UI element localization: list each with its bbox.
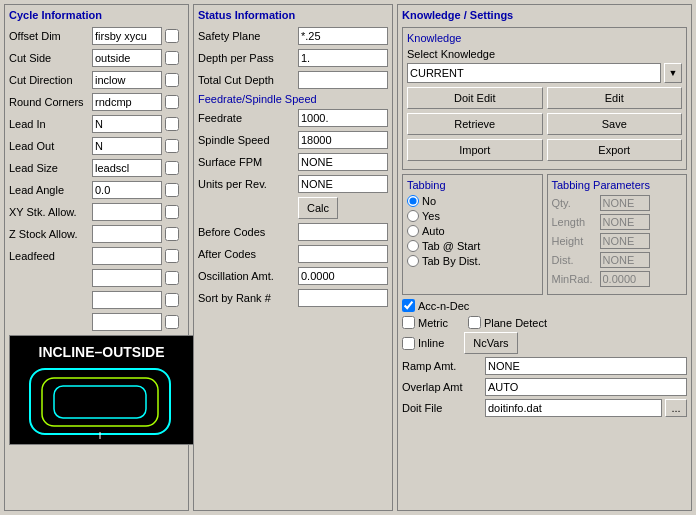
length-input <box>600 214 650 230</box>
image-label: INCLINE–OUTSIDE <box>38 344 164 360</box>
spindle-speed-input[interactable] <box>298 131 388 149</box>
lead-in-row: Lead In <box>9 115 184 133</box>
extra-input-3[interactable] <box>92 313 162 331</box>
acc-n-dec-label: Acc-n-Dec <box>418 300 469 312</box>
minrad-input <box>600 271 650 287</box>
calc-button[interactable]: Calc <box>298 197 338 219</box>
plane-detect-label: Plane Detect <box>484 317 547 329</box>
status-information-panel: Status Information Safety Plane Depth pe… <box>193 4 393 511</box>
surface-fpm-row: Surface FPM <box>198 153 388 171</box>
toolpath-svg <box>20 364 180 444</box>
cycle-information-panel: Cycle Information Offset Dim Cut Side Cu… <box>4 4 189 511</box>
knowledge-select[interactable] <box>407 63 661 83</box>
tabbing-section: Tabbing No Yes Auto Tab @ Start <box>402 174 543 295</box>
units-per-rev-label: Units per Rev. <box>198 178 295 190</box>
knowledge-btn-row-2: Retrieve Save <box>407 113 682 135</box>
knowledge-settings-panel: Knowledge / Settings Knowledge Select Kn… <box>397 4 692 511</box>
round-corners-label: Round Corners <box>9 96 89 108</box>
metric-group: Metric <box>402 316 448 329</box>
extra-input-1[interactable] <box>92 269 162 287</box>
xy-stk-input[interactable] <box>92 203 162 221</box>
tab-dist-radio[interactable] <box>407 255 419 267</box>
svg-rect-1 <box>42 378 158 426</box>
cut-direction-input[interactable] <box>92 71 162 89</box>
import-button[interactable]: Import <box>407 139 543 161</box>
doit-file-input[interactable] <box>485 399 662 417</box>
length-row: Length <box>552 214 683 230</box>
overlap-amt-input[interactable] <box>485 378 687 396</box>
oscillation-row: Oscillation Amt. <box>198 267 388 285</box>
extra-check-2[interactable] <box>165 293 179 307</box>
tab-yes-radio[interactable] <box>407 210 419 222</box>
before-codes-input[interactable] <box>298 223 388 241</box>
tab-auto-radio[interactable] <box>407 225 419 237</box>
tab-start-row: Tab @ Start <box>407 240 538 252</box>
safety-plane-input[interactable] <box>298 27 388 45</box>
z-stock-check[interactable] <box>165 227 179 241</box>
xy-stk-check[interactable] <box>165 205 179 219</box>
plane-detect-check[interactable] <box>468 316 481 329</box>
acc-n-dec-row: Acc-n-Dec <box>402 299 687 312</box>
inline-group: Inline <box>402 337 444 350</box>
total-cut-depth-input[interactable] <box>298 71 388 89</box>
tab-start-radio[interactable] <box>407 240 419 252</box>
tab-yes-row: Yes <box>407 210 538 222</box>
export-button[interactable]: Export <box>547 139 683 161</box>
tab-yes-label: Yes <box>422 210 440 222</box>
offset-dim-input[interactable] <box>92 27 162 45</box>
xy-stk-row: XY Stk. Allow. <box>9 203 184 221</box>
safety-plane-label: Safety Plane <box>198 30 295 42</box>
lead-out-input[interactable] <box>92 137 162 155</box>
lead-in-check[interactable] <box>165 117 179 131</box>
lead-in-input[interactable] <box>92 115 162 133</box>
lead-size-input[interactable] <box>92 159 162 177</box>
doit-file-browse-button[interactable]: ... <box>665 399 687 417</box>
acc-n-dec-check[interactable] <box>402 299 415 312</box>
dist-input <box>600 252 650 268</box>
lead-angle-check[interactable] <box>165 183 179 197</box>
knowledge-dropdown-arrow[interactable]: ▼ <box>664 63 682 83</box>
z-stock-input[interactable] <box>92 225 162 243</box>
oscillation-input[interactable] <box>298 267 388 285</box>
cut-side-input[interactable] <box>92 49 162 67</box>
knowledge-settings-title: Knowledge / Settings <box>402 9 687 21</box>
extra-check-1[interactable] <box>165 271 179 285</box>
tab-no-row: No <box>407 195 538 207</box>
round-corners-check[interactable] <box>165 95 179 109</box>
ncvars-button[interactable]: NcVars <box>464 332 517 354</box>
extra-check-3[interactable] <box>165 315 179 329</box>
z-stock-label: Z Stock Allow. <box>9 228 89 240</box>
cut-direction-check[interactable] <box>165 73 179 87</box>
sort-by-rank-input[interactable] <box>298 289 388 307</box>
tabbing-label: Tabbing <box>407 179 538 191</box>
feedrate-input[interactable] <box>298 109 388 127</box>
doit-edit-button[interactable]: Doit Edit <box>407 87 543 109</box>
metric-label: Metric <box>418 317 448 329</box>
lead-out-check[interactable] <box>165 139 179 153</box>
lead-size-row: Lead Size <box>9 159 184 177</box>
metric-check[interactable] <box>402 316 415 329</box>
round-corners-input[interactable] <box>92 93 162 111</box>
inline-ncvars-row: Inline NcVars <box>402 332 687 354</box>
inline-check[interactable] <box>402 337 415 350</box>
qty-label: Qty. <box>552 197 597 209</box>
extra-input-2[interactable] <box>92 291 162 309</box>
leadfeed-check[interactable] <box>165 249 179 263</box>
depth-per-pass-input[interactable] <box>298 49 388 67</box>
ramp-amt-input[interactable] <box>485 357 687 375</box>
edit-button[interactable]: Edit <box>547 87 683 109</box>
save-button[interactable]: Save <box>547 113 683 135</box>
offset-dim-check[interactable] <box>165 29 179 43</box>
leadfeed-input[interactable] <box>92 247 162 265</box>
surface-fpm-input[interactable] <box>298 153 388 171</box>
units-per-rev-input[interactable] <box>298 175 388 193</box>
cut-side-check[interactable] <box>165 51 179 65</box>
lead-size-check[interactable] <box>165 161 179 175</box>
offset-dim-row: Offset Dim <box>9 27 184 45</box>
total-cut-depth-row: Total Cut Depth <box>198 71 388 89</box>
after-codes-input[interactable] <box>298 245 388 263</box>
lead-angle-input[interactable] <box>92 181 162 199</box>
dist-row: Dist. <box>552 252 683 268</box>
tab-no-radio[interactable] <box>407 195 419 207</box>
retrieve-button[interactable]: Retrieve <box>407 113 543 135</box>
